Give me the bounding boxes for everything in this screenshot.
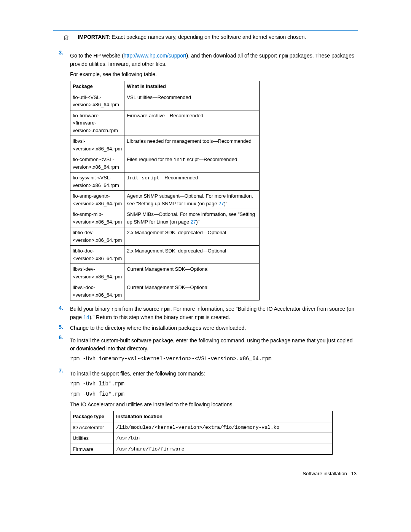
location-table: Package type Installation location IO Ac…: [70, 411, 333, 455]
step-number: 6.: [53, 334, 70, 365]
header-row: Package type Installation location: [70, 411, 333, 422]
step-4: 4. Build your binary rpm from the source…: [53, 305, 358, 322]
footer-section: Software installation: [303, 471, 347, 476]
page-link[interactable]: 27: [191, 219, 196, 225]
code-block: rpm -Uvh lib*.rpm: [70, 380, 358, 388]
code-block: rpm -Uvh iomemory-vsl-<kernel-version>-<…: [70, 355, 358, 363]
table-row: IO Accelerator/lib/modules/<kernel-versi…: [70, 422, 333, 433]
package-table: Package What is installed fio-util-<VSL-…: [70, 81, 260, 300]
col-installed: What is installed: [124, 81, 260, 92]
table-row: libfio-dev-<version>.x86_64.rpm2.x Manag…: [70, 227, 260, 246]
footer-page: 13: [351, 471, 357, 476]
header-row: Package What is installed: [70, 81, 260, 92]
table-row: Firmware/usr/share/fio/firmware: [70, 444, 333, 455]
col-install-location: Installation location: [114, 411, 333, 422]
table-row: fio-common-<VSL-version>.x86_64.rpmFiles…: [70, 154, 260, 173]
important-text: Exact package names vary, depending on t…: [112, 34, 306, 40]
hp-support-link[interactable]: http://www.hp.com/support: [124, 53, 186, 59]
table-row: libvsl-<version>.x86_64.rpmLibraries nee…: [70, 136, 260, 154]
text: For example, see the following table.: [70, 70, 358, 78]
text: Go to the HP website (: [70, 53, 124, 59]
table-row: fio-snmp-agentx-<version>.x86_64.rpmAgen…: [70, 191, 260, 209]
table-row: fio-firmware-<firmware-version>.noarch.r…: [70, 110, 260, 136]
col-package-type: Package type: [70, 411, 114, 422]
important-label: IMPORTANT:: [78, 34, 110, 40]
important-icon: [53, 33, 68, 42]
step-5: 5. Change to the directory where the ins…: [53, 324, 358, 332]
code: rpm: [279, 53, 288, 59]
table-row: libvsl-doc-<version>.x86_64.rpmCurrent M…: [70, 282, 260, 300]
table-row: fio-snmp-mib-<version>.x86_64.rpmSNMP MI…: [70, 209, 260, 227]
step-number: 5.: [53, 324, 70, 332]
page-link[interactable]: 14: [83, 314, 89, 320]
step-3: 3. Go to the HP website (http://www.hp.c…: [53, 50, 358, 303]
code-block: rpm -Uvh fio*.rpm: [70, 390, 358, 398]
table-row: fio-util-<VSL-version>.x86_64.rpmVSL uti…: [70, 92, 260, 110]
important-callout: IMPORTANT: Exact package names vary, dep…: [53, 30, 358, 44]
step-number: 4.: [53, 305, 70, 322]
page-footer: Software installation 13: [53, 457, 358, 476]
page-link[interactable]: 27: [218, 201, 224, 206]
table-row: fio-sysvinit-<VSL-version>.x86_64.rpmIni…: [70, 173, 260, 191]
table-row: libvsl-dev-<version>.x86_64.rpmCurrent M…: [70, 264, 260, 282]
step-number: 7.: [53, 367, 70, 455]
step-number: 3.: [53, 50, 70, 303]
step-7: 7. To install the support files, enter t…: [53, 367, 358, 455]
step-6: 6. To install the custom-built software …: [53, 334, 358, 365]
col-package: Package: [70, 81, 124, 92]
table-row: libfio-doc-<version>.x86_64.rpm2.x Manag…: [70, 246, 260, 264]
table-row: Utilities/usr/bin: [70, 433, 333, 444]
text: ), and then download all of the support: [186, 53, 279, 59]
notepad-icon: [64, 34, 68, 42]
